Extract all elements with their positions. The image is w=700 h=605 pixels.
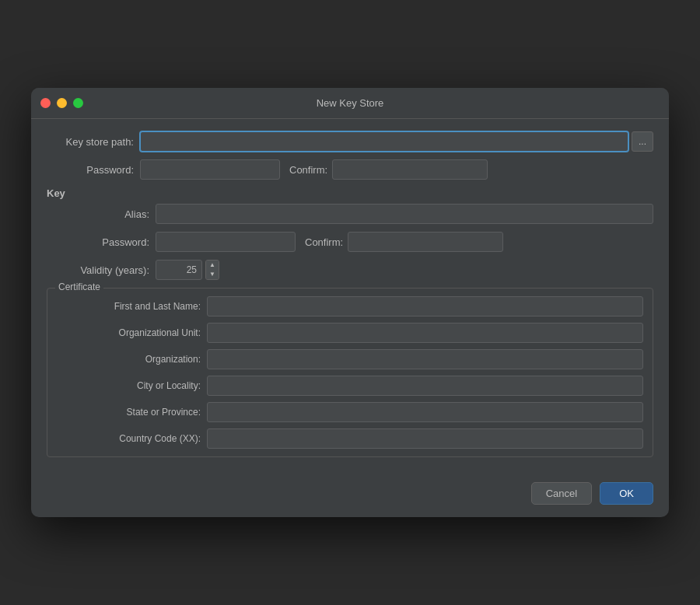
city-row: City or Locality: [63, 376, 643, 396]
close-button[interactable] [40, 98, 51, 108]
key-password-input[interactable] [156, 232, 296, 252]
new-key-store-dialog: New Key Store Key store path: ... Passwo… [31, 88, 669, 517]
keystorepath-input[interactable] [140, 131, 628, 152]
org-label: Organization: [63, 354, 207, 365]
key-password-row: Password: Confirm: [47, 232, 653, 252]
validity-label: Validity (years): [62, 264, 156, 276]
keystorepath-label: Key store path: [47, 136, 140, 148]
orgunit-row: Organizational Unit: [63, 323, 643, 343]
confirm-label: Confirm: [289, 164, 327, 176]
maximize-button[interactable] [73, 98, 83, 108]
dialog-body: Key store path: ... Password: Confirm: K… [31, 119, 669, 473]
key-password-label: Password: [62, 236, 156, 248]
validity-spinner[interactable]: ▲ ▼ [205, 260, 219, 280]
firstname-label: First and Last Name: [63, 301, 207, 312]
validity-down-button[interactable]: ▼ [206, 270, 219, 279]
confirm-input[interactable] [332, 159, 488, 180]
state-row: State or Province: [63, 402, 643, 422]
password-row: Password: Confirm: [47, 159, 653, 180]
key-section-header: Key [47, 187, 653, 199]
city-label: City or Locality: [63, 380, 207, 391]
key-confirm-label: Confirm: [305, 236, 343, 248]
keystorepath-row: Key store path: ... [47, 131, 653, 152]
certificate-section-label: Certificate [55, 282, 103, 292]
certificate-box: Certificate First and Last Name: Organiz… [47, 288, 653, 457]
cancel-button[interactable]: Cancel [531, 482, 592, 505]
firstname-input[interactable] [207, 296, 643, 316]
password-label: Password: [47, 164, 140, 176]
country-label: Country Code (XX): [63, 433, 207, 444]
country-input[interactable] [207, 428, 643, 449]
firstname-row: First and Last Name: [63, 296, 643, 316]
minimize-button[interactable] [57, 98, 67, 108]
validity-row: Validity (years): ▲ ▼ [47, 260, 653, 280]
city-input[interactable] [207, 376, 643, 396]
alias-row: Alias: [47, 204, 653, 224]
browse-button[interactable]: ... [632, 131, 653, 152]
orgunit-input[interactable] [207, 323, 643, 343]
country-row: Country Code (XX): [63, 428, 643, 449]
validity-input[interactable] [156, 260, 202, 280]
confirm-group: Confirm: [289, 159, 488, 180]
validity-group: ▲ ▼ [156, 260, 219, 280]
org-input[interactable] [207, 349, 643, 369]
state-input[interactable] [207, 402, 643, 422]
title-bar: New Key Store [31, 88, 669, 119]
orgunit-label: Organizational Unit: [63, 327, 207, 338]
password-input[interactable] [140, 159, 280, 180]
key-confirm-group: Confirm: [305, 232, 503, 252]
state-label: State or Province: [63, 407, 207, 418]
dialog-title: New Key Store [317, 97, 384, 109]
alias-label: Alias: [62, 208, 156, 220]
alias-input[interactable] [156, 204, 653, 224]
ok-button[interactable]: OK [600, 482, 653, 505]
org-row: Organization: [63, 349, 643, 369]
dialog-footer: Cancel OK [31, 473, 669, 517]
validity-up-button[interactable]: ▲ [206, 261, 219, 270]
dialog-overlay: New Key Store Key store path: ... Passwo… [0, 0, 700, 605]
key-confirm-input[interactable] [348, 232, 503, 252]
title-bar-buttons [40, 98, 83, 108]
